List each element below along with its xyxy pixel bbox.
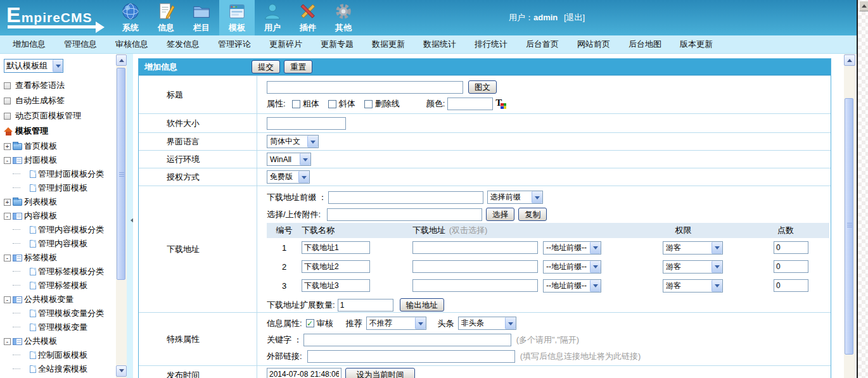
menu-item-plugin[interactable]: 插件 — [290, 0, 326, 35]
sidebar-option[interactable]: 动态页面模板管理 — [4, 108, 113, 123]
sidebar-scroll-thumb[interactable] — [117, 68, 125, 280]
tree-item[interactable]: - 内容模板 — [4, 209, 113, 223]
nav-item[interactable]: 排行统计 — [475, 39, 507, 50]
tree-toggle-icon[interactable]: - — [4, 255, 11, 261]
size-input[interactable] — [267, 117, 346, 130]
menu-item-template[interactable]: 模板 — [219, 0, 255, 35]
copy-button[interactable]: 复制 — [518, 208, 547, 221]
bold-checkbox[interactable] — [292, 100, 300, 108]
nav-item[interactable]: 增加信息 — [13, 39, 46, 50]
menu-item-system[interactable]: 系统 — [113, 0, 148, 35]
scroll-up-icon[interactable] — [116, 54, 127, 66]
attachment-input[interactable] — [327, 208, 482, 221]
title-input[interactable] — [267, 81, 463, 94]
nav-item[interactable]: 审核信息 — [115, 39, 148, 50]
nav-item[interactable]: 管理评论 — [218, 39, 251, 50]
nav-item[interactable]: 数据更新 — [372, 39, 405, 50]
menu-item-user[interactable]: 用户 — [255, 0, 290, 35]
output-address-button[interactable]: 输出地址 — [400, 298, 444, 312]
tree-item[interactable]: 管理封面模板分类 — [13, 167, 113, 181]
sidebar-scrollbar[interactable] — [116, 54, 127, 378]
publish-time-input[interactable] — [267, 368, 341, 378]
logout-link[interactable]: [退出] — [564, 13, 585, 22]
nav-item[interactable]: 更新专题 — [321, 39, 354, 50]
download-name-input[interactable] — [302, 260, 370, 273]
content-scrollbar[interactable] — [844, 54, 855, 378]
points-input[interactable] — [774, 241, 808, 254]
nav-item[interactable]: 网站前页 — [577, 39, 610, 50]
keyword-input[interactable] — [303, 334, 511, 346]
audit-checkbox[interactable]: ✓ — [306, 319, 314, 327]
tree-item[interactable]: - 公共模板变量 — [4, 293, 113, 306]
external-link-input[interactable] — [307, 350, 515, 363]
tree-toggle-icon[interactable]: - — [4, 213, 11, 220]
tree-toggle-icon[interactable]: - — [4, 157, 11, 164]
nav-item[interactable]: 版本更新 — [680, 39, 713, 50]
nav-item[interactable]: 后台首页 — [526, 39, 559, 50]
tree-item[interactable]: 控制面板模板 — [13, 348, 113, 362]
set-current-time-button[interactable]: 设为当前时间 — [345, 368, 415, 378]
tree-item[interactable]: 管理标签模板 — [13, 279, 113, 293]
pic-text-button[interactable]: 图文 — [468, 80, 497, 94]
text-color-picker-icon[interactable]: T — [495, 98, 507, 110]
content-scroll-thumb[interactable] — [845, 98, 853, 355]
choose-button[interactable]: 选择 — [486, 208, 514, 221]
recommend-select[interactable]: 不推荐 — [366, 317, 426, 330]
tree-toggle-icon[interactable]: + — [4, 143, 11, 150]
environment-select[interactable]: WinAll — [267, 153, 311, 166]
browser-scroll-up-icon[interactable] — [859, 1, 868, 11]
sidebar-option[interactable]: 查看标签语法 — [4, 78, 113, 93]
prefix-select[interactable]: 选择前缀 — [487, 191, 543, 204]
italic-checkbox[interactable] — [328, 100, 336, 108]
sidebar-option[interactable]: 自动生成标签 — [4, 93, 113, 108]
tree-toggle-icon[interactable]: - — [4, 338, 11, 345]
tree-item[interactable]: - 封面模板 — [4, 153, 113, 167]
url-prefix-select[interactable]: --地址前缀-- — [543, 241, 601, 255]
download-name-input[interactable] — [302, 241, 370, 254]
nav-item[interactable]: 签发信息 — [167, 39, 200, 50]
nav-item[interactable]: 数据统计 — [423, 39, 456, 50]
reset-button[interactable]: 重置 — [284, 60, 312, 73]
tree-item[interactable]: 管理内容模板 — [13, 237, 113, 251]
nav-item[interactable]: 管理信息 — [64, 39, 97, 50]
color-input[interactable] — [447, 98, 493, 110]
tree-item[interactable]: 全站搜索模板 — [13, 362, 113, 376]
tree-item[interactable]: 管理模板变量 — [13, 320, 113, 334]
strike-checkbox[interactable] — [364, 100, 373, 108]
points-input[interactable] — [774, 260, 808, 273]
language-select[interactable]: 简体中文 — [267, 135, 319, 148]
scroll-up-icon[interactable] — [844, 54, 855, 66]
url-prefix-select[interactable]: --地址前缀-- — [543, 279, 601, 293]
download-name-input[interactable] — [302, 279, 370, 292]
menu-item-other[interactable]: 其他 — [326, 0, 361, 35]
scroll-down-icon[interactable] — [116, 365, 127, 377]
license-select[interactable]: 免费版 — [267, 170, 310, 184]
tree-item[interactable]: - 公共模板 — [4, 334, 113, 348]
menu-item-column[interactable]: 栏目 — [184, 0, 219, 35]
download-url-input[interactable] — [412, 279, 538, 292]
download-prefix-input[interactable] — [328, 191, 483, 204]
download-url-input[interactable] — [412, 260, 538, 273]
nav-item[interactable]: 后台地图 — [629, 39, 661, 50]
tree-item[interactable]: + 首页模板 — [4, 139, 113, 153]
menu-item-info[interactable]: 信息 — [148, 0, 184, 35]
nav-item[interactable]: 更新碎片 — [269, 39, 302, 50]
url-prefix-select[interactable]: --地址前缀-- — [543, 260, 601, 274]
points-input[interactable] — [774, 279, 808, 292]
template-group-select[interactable]: 默认模板组 — [4, 59, 63, 73]
tree-item[interactable]: 管理模板变量分类 — [13, 306, 113, 320]
tree-toggle-icon[interactable]: + — [4, 199, 11, 206]
tree-item[interactable]: 管理标签模板分类 — [13, 265, 113, 279]
tree-item[interactable]: + 列表模板 — [4, 195, 113, 209]
tree-item[interactable]: 管理封面模板 — [13, 181, 113, 195]
permission-select[interactable]: 游客 — [663, 241, 723, 255]
headline-select[interactable]: 非头条 — [458, 317, 516, 330]
download-url-input[interactable] — [412, 241, 538, 254]
permission-select[interactable]: 游客 — [663, 260, 723, 274]
tree-toggle-icon[interactable]: - — [4, 296, 11, 303]
tree-item[interactable]: - 标签模板 — [4, 251, 113, 265]
tree-item[interactable]: 管理内容模板分类 — [13, 223, 113, 237]
ext-count-input[interactable] — [338, 299, 393, 312]
submit-button[interactable]: 提交 — [252, 60, 280, 73]
permission-select[interactable]: 游客 — [663, 279, 723, 293]
